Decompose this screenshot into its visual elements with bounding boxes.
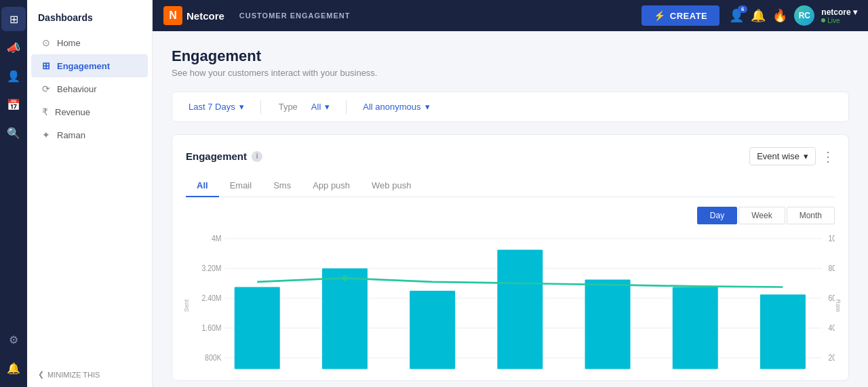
audience-filter[interactable]: All anonymous ▾ (357, 99, 435, 115)
date-range-filter[interactable]: Last 7 Days ▾ (183, 99, 250, 115)
page-subtitle: See how your customers interact with you… (172, 68, 849, 78)
sidebar-item-behaviour[interactable]: ⟳ Behaviour (31, 77, 148, 100)
svg-rect-15 (235, 287, 280, 369)
sidebar-item-revenue[interactable]: ₹ Revenue (31, 100, 148, 123)
audience-chevron-icon: ▾ (425, 102, 430, 112)
sidebar: Dashboards ⊙ Home ⊞ Engagement ⟳ Behavio… (27, 0, 153, 387)
user-nav-button[interactable]: 👤 6 (729, 8, 744, 23)
month-button[interactable]: Month (787, 207, 835, 224)
svg-rect-18 (497, 250, 542, 369)
sidebar-item-raman-label: Raman (57, 130, 85, 140)
sidebar-item-behaviour-label: Behaviour (57, 84, 97, 94)
time-buttons: Day Week Month (186, 207, 835, 224)
svg-rect-21 (760, 295, 806, 369)
info-icon[interactable]: i (252, 151, 262, 162)
tab-all[interactable]: All (186, 175, 219, 197)
icon-bar: ⊞ 📣 👤 📅 🔍 ⚙ 🔔 (0, 0, 27, 387)
svg-text:100%: 100% (828, 235, 835, 243)
sidebar-item-search[interactable]: 🔍 (1, 121, 26, 145)
tab-web-push[interactable]: Web push (361, 175, 422, 197)
type-chevron-icon: ▾ (325, 102, 330, 112)
user-badge: 6 (738, 5, 747, 13)
sidebar-item-raman[interactable]: ✦ Raman (31, 123, 148, 146)
raman-icon: ✦ (42, 129, 50, 140)
type-label: Type (279, 102, 298, 112)
status-dot-icon (821, 18, 825, 22)
sidebar-item-calendar[interactable]: 📅 (1, 92, 26, 117)
avatar[interactable]: RC (794, 5, 814, 26)
svg-text:40%: 40% (828, 324, 835, 333)
user-name: netcore ▾ (821, 7, 857, 17)
behaviour-icon: ⟳ (42, 83, 50, 94)
nav-icons: 👤 6 🔔 🔥 RC netcore ▾ Live (729, 5, 857, 26)
engagement-icon: ⊞ (42, 60, 50, 71)
type-filter[interactable]: All ▾ (306, 99, 335, 115)
sidebar-item-home[interactable]: ⊙ Home (31, 31, 148, 54)
app-name: Netcore (186, 10, 224, 22)
user-status: Live (821, 17, 857, 24)
filters-bar: Last 7 Days ▾ Type All ▾ All anonymous ▾ (172, 91, 849, 122)
svg-text:4M: 4M (212, 235, 222, 243)
create-button[interactable]: ⚡ CREATE (642, 5, 719, 26)
svg-text:80%: 80% (828, 264, 835, 273)
main-content: N Netcore CUSTOMER ENGAGEMENT ⚡ CREATE 👤… (153, 0, 868, 387)
sidebar-item-user[interactable]: 👤 (1, 64, 26, 88)
chart-area: Sent 4M 3.20M 2.40M 1.60M 800K 100% (186, 231, 835, 380)
date-range-label: Last 7 Days (189, 102, 235, 112)
event-wise-dropdown[interactable]: Event wise ▾ (749, 147, 816, 165)
y-axis-left-label: Sent (183, 300, 190, 312)
svg-text:1.60M: 1.60M (201, 324, 221, 333)
fire-button[interactable]: 🔥 (772, 8, 787, 23)
chart-title-text: Engagement (186, 150, 247, 162)
logo-area: N Netcore (163, 6, 224, 25)
sidebar-item-engagement[interactable]: ⊞ Engagement (31, 54, 148, 77)
tab-email[interactable]: Email (219, 175, 263, 197)
bell-button[interactable]: 🔔 (751, 8, 766, 23)
y-axis-right-label: Rate (834, 299, 841, 312)
svg-rect-16 (322, 268, 368, 369)
more-options-icon[interactable]: ⋮ (821, 148, 835, 165)
filter-divider-2 (346, 100, 347, 114)
sidebar-title: Dashboards (27, 0, 152, 31)
sidebar-item-grid[interactable]: ⊞ (1, 7, 26, 31)
avatar-text: RC (799, 11, 810, 20)
chevron-left-icon: ❮ (38, 370, 44, 379)
sidebar-item-notification-bottom[interactable]: 🔔 (1, 356, 26, 380)
sidebar-item-revenue-label: Revenue (55, 107, 90, 117)
chart-title-area: Engagement i (186, 150, 262, 162)
chart-card: Engagement i Event wise ▾ ⋮ All Email Sm… (172, 134, 849, 381)
tab-app-push[interactable]: App push (302, 175, 361, 197)
bell-icon: 🔔 (751, 8, 766, 23)
event-wise-chevron-icon: ▾ (804, 151, 808, 161)
svg-text:800K: 800K (205, 354, 222, 363)
svg-text:20%: 20% (828, 354, 835, 363)
content-area: Engagement See how your customers intera… (153, 31, 868, 387)
svg-text:3.20M: 3.20M (201, 264, 221, 273)
week-button[interactable]: Week (738, 207, 785, 224)
minimize-button[interactable]: ❮ MINIMIZE THIS (27, 362, 152, 387)
chart-header: Engagement i Event wise ▾ ⋮ (186, 147, 835, 165)
svg-point-22 (342, 275, 348, 281)
sidebar-item-megaphone[interactable]: 📣 (1, 35, 26, 60)
logo-icon: N (163, 6, 182, 25)
event-wise-label: Event wise (757, 151, 800, 161)
home-icon: ⊙ (42, 37, 50, 48)
filter-divider (260, 100, 261, 114)
tab-sms[interactable]: Sms (262, 175, 302, 197)
chart-tabs: All Email Sms App push Web push (186, 175, 835, 197)
sidebar-item-settings[interactable]: ⚙ (1, 327, 26, 352)
svg-rect-19 (585, 280, 631, 369)
svg-rect-17 (410, 291, 455, 369)
chart-svg: 4M 3.20M 2.40M 1.60M 800K 100% 80% 60% 4… (186, 231, 835, 380)
revenue-icon: ₹ (42, 106, 48, 117)
type-value: All (311, 102, 321, 112)
sidebar-item-engagement-label: Engagement (57, 61, 110, 71)
fire-icon: 🔥 (772, 8, 787, 23)
minimize-label: MINIMIZE THIS (47, 371, 100, 379)
svg-rect-20 (673, 287, 718, 369)
user-info[interactable]: netcore ▾ Live (821, 7, 857, 24)
day-button[interactable]: Day (697, 207, 737, 224)
audience-value: All anonymous (363, 102, 420, 112)
svg-text:2.40M: 2.40M (201, 294, 221, 303)
chart-controls: Event wise ▾ ⋮ (749, 147, 835, 165)
